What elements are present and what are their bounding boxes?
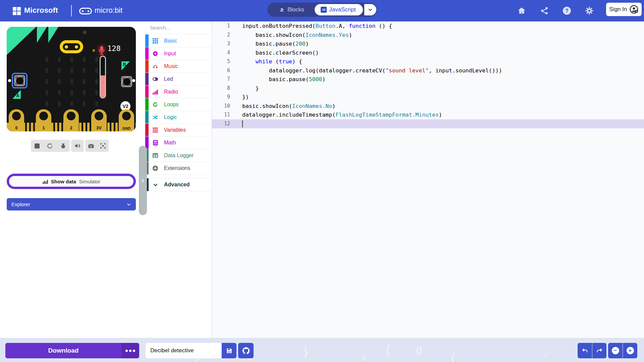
microsoft-label: Microsoft xyxy=(24,6,58,15)
led-pixel[interactable] xyxy=(58,79,61,84)
fullscreen-icon[interactable] xyxy=(100,143,106,149)
show-data-button[interactable]: Show data Simulator xyxy=(7,174,136,189)
led-pixel[interactable] xyxy=(46,68,48,73)
led-pixel[interactable] xyxy=(83,79,86,84)
led-pixel[interactable] xyxy=(70,68,73,73)
toolbox-category-logic[interactable]: Logic xyxy=(145,111,212,124)
loop-icon xyxy=(153,102,158,107)
code-text: while (true) { xyxy=(242,57,302,66)
led-pixel[interactable] xyxy=(46,101,48,106)
undo-button[interactable] xyxy=(578,343,592,358)
category-label: Logic xyxy=(164,114,177,120)
pin-1[interactable]: 1 xyxy=(36,109,51,131)
code-line[interactable]: 5 while (true) { xyxy=(212,57,644,66)
led-pixel[interactable] xyxy=(83,68,86,73)
toolbox-category-data-logger[interactable]: Data Logger xyxy=(145,149,212,162)
led-pixel[interactable] xyxy=(58,90,61,95)
zoom-in-button[interactable]: + xyxy=(623,343,637,358)
toolbox-category-led[interactable]: Led xyxy=(145,73,212,85)
zoom-out-button[interactable]: − xyxy=(608,343,623,358)
home-icon[interactable] xyxy=(517,6,526,15)
line-number: 6 xyxy=(212,66,230,75)
stop-button[interactable] xyxy=(35,143,40,148)
led-pixel[interactable] xyxy=(46,79,48,84)
chevron-left-icon xyxy=(141,178,145,183)
code-line[interactable]: 6 datalogger.log(datalogger.createCV("so… xyxy=(212,66,644,75)
code-editor[interactable]: 1input.onButtonPressed(Button.A, functio… xyxy=(212,21,644,338)
toolbox-category-music[interactable]: Music xyxy=(145,60,212,73)
pin-3v[interactable]: 3V xyxy=(91,109,107,131)
toolbox-category-input[interactable]: Input xyxy=(145,47,212,60)
toolbox-category-extensions[interactable]: Extensions xyxy=(145,162,212,175)
toolbox-category-loops[interactable]: Loops xyxy=(145,98,212,111)
code-line[interactable]: 9}) xyxy=(212,93,644,102)
toggle-icon xyxy=(153,76,158,82)
led-pixel[interactable] xyxy=(83,90,86,95)
code-line[interactable]: 2 basic.showIcon(IconNames.Yes) xyxy=(212,31,644,40)
download-options-button[interactable] xyxy=(121,343,139,358)
javascript-tab[interactable]: JS JavaScript xyxy=(315,4,363,15)
makecode-app: Microsoft micro:bit Blocks JS JavaScript… xyxy=(0,0,644,362)
github-button[interactable] xyxy=(238,343,254,358)
save-icon xyxy=(226,348,232,354)
search-input[interactable] xyxy=(150,25,217,31)
led-pixel[interactable] xyxy=(83,101,86,106)
led-pixel[interactable] xyxy=(70,90,73,95)
led-pixel[interactable] xyxy=(58,68,61,73)
pin-0[interactable]: 0 xyxy=(9,109,24,131)
led-pixel[interactable] xyxy=(95,79,98,84)
save-project-button[interactable] xyxy=(222,343,236,358)
download-button[interactable]: Download xyxy=(5,343,121,358)
led-pixel[interactable] xyxy=(58,101,61,106)
pin-gnd[interactable]: GND xyxy=(119,109,134,131)
code-line[interactable]: 3 basic.pause(200) xyxy=(212,39,644,48)
sign-in-button[interactable]: Sign In xyxy=(606,3,642,16)
led-pixel[interactable] xyxy=(95,90,98,95)
settings-gear-icon[interactable] xyxy=(585,6,594,15)
toolbox-category-variables[interactable]: Variables xyxy=(145,124,212,136)
code-line[interactable]: 11datalogger.includeTimestamp(FlashLogTi… xyxy=(212,110,644,119)
share-icon[interactable] xyxy=(540,6,549,15)
led-grid[interactable] xyxy=(46,57,98,106)
category-label: Input xyxy=(164,51,176,57)
toolbox-advanced[interactable]: Advanced xyxy=(145,178,212,191)
toolbox-category-radio[interactable]: Radio xyxy=(145,85,212,98)
led-pixel[interactable] xyxy=(70,57,73,62)
led-pixel[interactable] xyxy=(95,101,98,106)
screenshot-camera-icon[interactable] xyxy=(88,143,94,149)
blocks-tab[interactable]: Blocks xyxy=(267,6,315,13)
toolbox-collapse-handle[interactable] xyxy=(139,146,147,215)
redo-button[interactable] xyxy=(592,343,606,358)
led-pixel[interactable] xyxy=(70,101,73,106)
toolbox-category-math[interactable]: Math xyxy=(145,136,212,149)
board-dot xyxy=(132,79,135,82)
sign-in-user-icon xyxy=(630,5,638,14)
led-pixel[interactable] xyxy=(95,57,98,62)
language-toggle: Blocks JS JavaScript xyxy=(267,3,377,17)
led-pixel[interactable] xyxy=(46,57,48,62)
language-dropdown-button[interactable] xyxy=(364,4,376,15)
explorer-dropdown[interactable]: Explorer xyxy=(7,198,136,210)
code-line[interactable]: 7 basic.pause(5000) xyxy=(212,75,644,84)
button-a[interactable] xyxy=(12,73,28,88)
led-pixel[interactable] xyxy=(83,57,86,62)
led-pixel[interactable] xyxy=(70,79,73,84)
code-line[interactable]: 8 } xyxy=(212,84,644,93)
microbit-label: micro:bit xyxy=(95,6,122,15)
button-b[interactable] xyxy=(119,74,135,89)
toolbox-category-basic[interactable]: Basic xyxy=(145,35,212,47)
code-line[interactable]: 10basic.showIcon(IconNames.No) xyxy=(212,102,644,111)
restart-icon[interactable] xyxy=(47,143,53,149)
code-line[interactable]: 4 basic.clearScreen() xyxy=(212,48,644,57)
project-name-input[interactable] xyxy=(146,343,221,358)
led-pixel[interactable] xyxy=(95,68,98,73)
code-line[interactable]: 1input.onButtonPressed(Button.A, functio… xyxy=(212,21,644,31)
code-line[interactable]: 12 xyxy=(212,119,644,128)
led-pixel[interactable] xyxy=(58,57,61,62)
mic-level-slider[interactable] xyxy=(100,56,106,99)
volume-icon[interactable] xyxy=(74,142,81,149)
help-icon[interactable]: ? xyxy=(562,6,571,15)
led-pixel[interactable] xyxy=(46,90,48,95)
debug-icon[interactable] xyxy=(60,143,66,149)
pin-2[interactable]: 2 xyxy=(63,109,79,131)
